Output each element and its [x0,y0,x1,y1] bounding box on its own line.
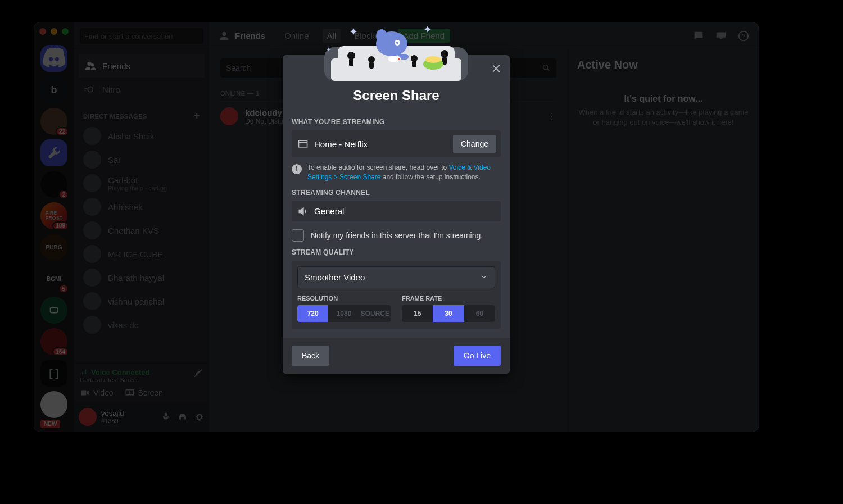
streaming-source-label: WHAT YOU'RE STREAMING [292,118,501,126]
change-source-button[interactable]: Change [453,135,496,153]
svg-point-12 [347,52,355,60]
notify-label: Notify my friends in this server that I'… [311,231,483,240]
modal-overlay[interactable]: Screen Share WHAT YOU'RE STREAMING Home … [34,22,759,432]
resolution-label: RESOLUTION [297,295,391,302]
streaming-source-name: Home - Netflix [314,139,447,149]
fps-60[interactable]: 60 [464,305,495,322]
modal-close-button[interactable] [491,63,502,76]
back-button[interactable]: Back [292,346,329,366]
modal-illustration [318,25,475,81]
streaming-channel-name: General [314,206,496,216]
svg-rect-17 [412,61,416,67]
screen-share-modal: Screen Share WHAT YOU'RE STREAMING Home … [283,55,510,374]
svg-point-23 [376,29,387,43]
streaming-channel-row[interactable]: General [292,201,501,221]
close-icon [491,63,502,74]
modal-footer: Back Go Live [283,338,510,374]
stream-quality-box: Smoother Video RESOLUTION 720 1080 SOURC… [292,261,501,329]
chevron-down-icon [480,273,488,281]
framerate-group: 15 30 60 [402,305,495,322]
framerate-label: FRAME RATE [402,295,495,302]
app-window: b 22 2 FIREFROST 189 PUBG BGMI 5 164 [ ]… [34,22,759,432]
svg-rect-29 [299,140,307,147]
streaming-channel-label: STREAMING CHANNEL [292,189,501,197]
svg-rect-15 [369,62,374,69]
fps-15[interactable]: 15 [402,305,433,322]
svg-point-21 [425,56,441,63]
quality-preset-select[interactable]: Smoother Video [297,266,495,288]
notify-checkbox[interactable] [292,229,304,242]
info-icon: ! [292,164,302,174]
streaming-source-row: Home - Netflix Change [292,130,501,157]
fps-30[interactable]: 30 [433,305,464,322]
svg-point-28 [398,58,400,60]
svg-point-25 [396,42,398,44]
svg-rect-13 [349,58,353,66]
resolution-1080[interactable]: 1080 [328,305,359,322]
resolution-source[interactable]: SOURCE [360,305,391,322]
resolution-group: 720 1080 SOURCE [297,305,391,322]
svg-point-18 [441,50,448,58]
audio-hint: ! To enable audio for screen share, head… [292,163,501,182]
stream-quality-label: STREAM QUALITY [292,248,501,256]
speaker-icon [297,206,309,217]
window-icon [297,138,309,149]
resolution-720[interactable]: 720 [297,305,328,322]
go-live-button[interactable]: Go Live [454,346,501,366]
